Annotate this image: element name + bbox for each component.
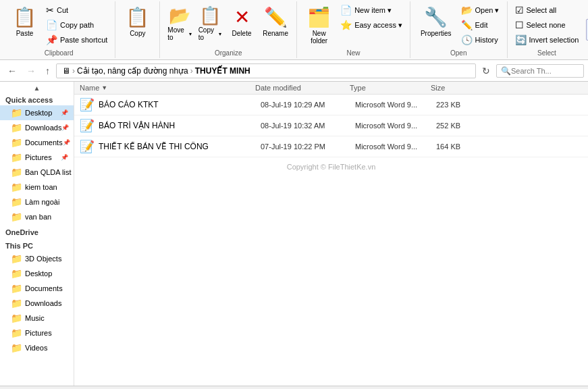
status-bar: 3 items — [0, 386, 588, 389]
cut-button[interactable]: ✂ Cut — [43, 3, 111, 18]
sidebar-item-pictures[interactable]: 📁Pictures📌 — [0, 150, 74, 165]
sidebar-item-desktop[interactable]: 📁Desktop📌 — [0, 105, 74, 120]
delete-button[interactable]: ✕ Delete — [225, 3, 259, 41]
edit-button[interactable]: ✏️ Edit — [458, 18, 503, 32]
file-date: 08-Jul-19 10:29 AM — [261, 101, 355, 109]
move-to-button[interactable]: 📂 Move to▾ — [164, 3, 194, 44]
col-size-header[interactable]: Size — [431, 84, 485, 92]
paste-icon: 📋 — [13, 6, 36, 28]
folder-icon: 📁 — [11, 167, 22, 178]
open-button[interactable]: 📂 Open ▾ — [458, 3, 503, 18]
copy-to-button[interactable]: 📋 Copy to▾ — [195, 3, 225, 44]
folder-icon: 📁 — [11, 211, 22, 222]
history-button[interactable]: 🕓 History — [458, 32, 503, 47]
ribbon-group-organize: 📂 Move to▾ 📋 Copy to▾ ✕ Delete ✏️ Rename… — [160, 1, 297, 58]
copyright-text: Copyright © FileThietKe.vn — [74, 157, 588, 176]
folder-icon: 📁 — [11, 283, 22, 294]
new-item-button[interactable]: 📄 New item ▾ — [337, 3, 406, 18]
folder-icon: 📁 — [11, 298, 22, 309]
rename-label: Rename — [263, 30, 288, 37]
move-to-icon: 📂 — [169, 5, 190, 26]
address-path[interactable]: 🖥 › Cải tạo, nâng cấp đường nhựa › THUYẾ… — [56, 63, 476, 78]
rename-icon: ✏️ — [264, 6, 288, 28]
organize-group-label: Organize — [215, 48, 242, 57]
refresh-button[interactable]: ↻ — [479, 63, 493, 78]
file-rows: 📝 BÁO CÁO KTKT 08-Jul-19 10:29 AM Micros… — [74, 95, 588, 157]
ribbon-content: 📋 Paste ✂ Cut 📄 Copy path 📌 Paste — [0, 0, 588, 59]
folder-icon: 📁 — [11, 107, 22, 118]
history-label: History — [475, 36, 498, 44]
search-box[interactable]: 🔍 — [496, 64, 584, 78]
sidebar-quick-items: 📁Desktop📌📁Downloads📌📁Documents📌📁Pictures… — [0, 105, 74, 224]
sidebar-item-ban-qlda-list-ch[interactable]: 📁Ban QLDA list ch — [0, 165, 74, 180]
quick-access-label[interactable]: Quick access — [0, 92, 74, 105]
paste-button[interactable]: 📋 Paste — [7, 3, 43, 41]
search-input[interactable] — [511, 67, 579, 75]
table-row[interactable]: 📝 THIẾT KẾ BẢN VẼ THI CÔNG 07-Jul-19 10:… — [74, 136, 588, 157]
sidebar-scroll-up[interactable]: ▲ — [0, 84, 74, 92]
sidebar-item-van-ban[interactable]: 📁van ban — [0, 209, 74, 224]
sort-arrow: ▼ — [101, 84, 107, 91]
copy-icon: 📋 — [126, 6, 149, 28]
properties-label: Properties — [421, 30, 452, 37]
copy-path-button[interactable]: 📄 Copy path — [43, 18, 111, 32]
copy-to-icon: 📋 — [199, 5, 221, 26]
open-label: Open ▾ — [475, 6, 500, 15]
sidebar-item-pc-music[interactable]: 📁Music — [0, 311, 74, 326]
new-folder-button[interactable]: 🗂️ New folder — [301, 3, 337, 48]
folder-icon: 📁 — [11, 182, 22, 192]
ribbon-group-open: 🔧 Properties 📂 Open ▾ ✏️ Edit 🕓 History — [410, 1, 508, 58]
new-item-label: New item ▾ — [354, 6, 392, 15]
sidebar-item-pc-desktop[interactable]: 📁Desktop — [0, 266, 74, 281]
path-part-1: Cải tạo, nâng cấp đường nhựa — [77, 66, 188, 76]
select-none-icon: ☐ — [515, 20, 524, 30]
ribbon-group-copy: 📋 Copy — [115, 1, 160, 58]
back-button[interactable]: ← — [4, 63, 20, 78]
copy-button[interactable]: 📋 Copy — [119, 3, 155, 41]
select-all-icon: ☑ — [515, 5, 524, 16]
sidebar-item-làm-ngoài[interactable]: 📁Làm ngoài — [0, 194, 74, 209]
sidebar: ▲ Quick access 📁Desktop📌📁Downloads📌📁Docu… — [0, 82, 74, 386]
col-name-header[interactable]: Name ▼ — [80, 84, 255, 92]
new-group-label: New — [347, 48, 360, 57]
col-date-header[interactable]: Date modified — [255, 84, 350, 92]
sidebar-item-pc-downloads[interactable]: 📁Downloads — [0, 296, 74, 311]
sidebar-item-documents[interactable]: 📁Documents📌 — [0, 135, 74, 150]
this-pc-label[interactable]: This PC — [0, 238, 74, 251]
file-date: 07-Jul-19 10:22 PM — [261, 142, 355, 151]
file-list: Name ▼ Date modified Type Size 📝 BÁO CÁO… — [74, 82, 588, 386]
delete-label: Delete — [232, 30, 252, 37]
easy-access-icon: ⭐ — [340, 20, 352, 30]
sidebar-item-pc-3d-objects[interactable]: 📁3D Objects — [0, 251, 74, 266]
properties-button[interactable]: 🔧 Properties — [415, 3, 458, 41]
pin-icon: 📌 — [63, 139, 70, 146]
table-row[interactable]: 📝 BÁO CÁO KTKT 08-Jul-19 10:29 AM Micros… — [74, 95, 588, 115]
select-all-button[interactable]: ☑ Select all — [512, 3, 583, 18]
file-size: 252 KB — [436, 122, 490, 130]
up-button[interactable]: ↑ — [42, 63, 53, 78]
sidebar-item-pc-documents[interactable]: 📁Documents — [0, 281, 74, 296]
invert-selection-button[interactable]: 🔄 Invert selection — [512, 32, 583, 47]
select-none-button[interactable]: ☐ Select none — [512, 18, 583, 32]
main-layout: ▲ Quick access 📁Desktop📌📁Downloads📌📁Docu… — [0, 82, 588, 386]
onedrive-label[interactable]: OneDrive — [0, 224, 74, 238]
sidebar-item-pc-pictures[interactable]: 📁Pictures — [0, 326, 74, 340]
easy-access-button[interactable]: ⭐ Easy access ▾ — [337, 18, 406, 32]
sidebar-item-kiem-toan[interactable]: 📁kiem toan — [0, 180, 74, 194]
folder-icon: 📁 — [11, 122, 22, 133]
folder-icon: 📁 — [11, 268, 22, 279]
path-part-2: THUYẾT MINH — [195, 66, 250, 76]
word-file-icon: 📝 — [80, 97, 95, 112]
paste-shortcut-button[interactable]: 📌 Paste shortcut — [43, 32, 111, 47]
table-row[interactable]: 📝 BẢO TRÌ VẬN HÀNH 08-Jul-19 10:32 AM Mi… — [74, 115, 588, 136]
rename-button[interactable]: ✏️ Rename — [259, 3, 292, 41]
ribbon-group-clipboard: 📋 Paste ✂ Cut 📄 Copy path 📌 Paste — [3, 1, 115, 58]
folder-icon: 📁 — [11, 313, 22, 323]
col-type-header[interactable]: Type — [350, 84, 431, 92]
address-bar: ← → ↑ 🖥 › Cải tạo, nâng cấp đường nhựa ›… — [0, 60, 588, 82]
open-group-label: Open — [450, 48, 466, 57]
forward-button[interactable]: → — [23, 63, 39, 78]
sidebar-item-downloads[interactable]: 📁Downloads📌 — [0, 120, 74, 135]
cut-label: Cut — [57, 6, 68, 14]
sidebar-item-pc-videos[interactable]: 📁Videos — [0, 340, 74, 355]
